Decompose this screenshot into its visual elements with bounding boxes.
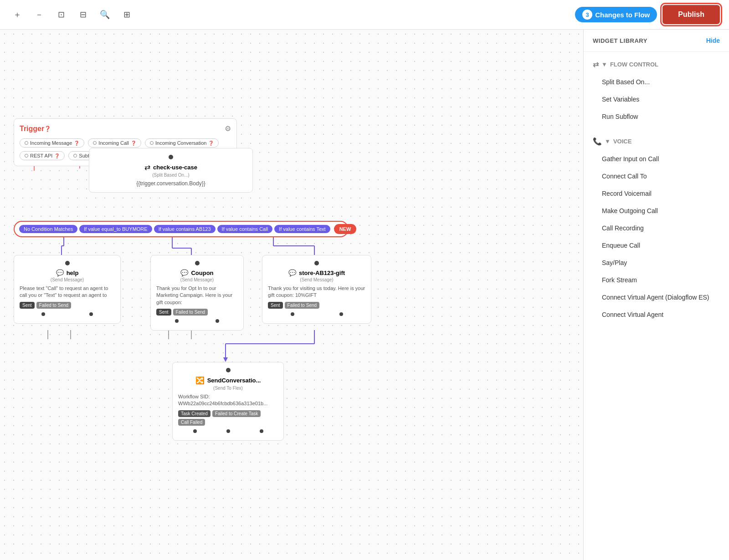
send-node-dots-row <box>178 429 278 435</box>
send-node-dot <box>226 368 231 372</box>
changes-count: 3 <box>582 10 592 20</box>
toolbar: ＋ － ⊡ ⊟ 🔍 ⊞ 3 Changes to Flow Publish <box>0 0 729 30</box>
store-node-header: 💬 store-AB123-gift <box>268 269 365 276</box>
coupon-failed-tag: Failed to Send <box>173 309 208 316</box>
coupon-sent-tag: Sent <box>156 309 171 316</box>
widget-call-recording[interactable]: Call Recording <box>584 219 729 237</box>
widget-connect-call-to[interactable]: Connect Call To <box>584 168 729 185</box>
voice-header[interactable]: 📞 ▼ VOICE <box>584 132 729 150</box>
flow-control-icon: ⇄ <box>593 60 599 69</box>
cond-no-match[interactable]: No Condition Matches <box>19 225 77 233</box>
store-node-tags: Sent Failed to Send <box>268 302 365 309</box>
store-sent-tag: Sent <box>268 302 283 309</box>
workflow-label: Workflow SID: <box>178 394 210 399</box>
trigger-gear-icon[interactable]: ⚙ <box>225 124 231 133</box>
check-use-case-node[interactable]: ⇄ check-use-case (Split Based On...) {{t… <box>89 148 253 193</box>
widget-panel-header: WIDGET LIBRARY Hide <box>584 30 729 52</box>
changes-label: Changes to Flow <box>595 11 650 19</box>
canvas-area[interactable]: Trigger ❓ ⚙ Incoming Message ❓ Incoming … <box>0 30 583 560</box>
trigger-question-icon: ❓ <box>44 126 51 132</box>
svg-marker-22 <box>223 357 228 362</box>
conditions-bar[interactable]: No Condition Matches If value equal_to B… <box>14 221 349 237</box>
help-node-header: 💬 help <box>20 269 115 276</box>
help-node[interactable]: 💬 help (Send Message) Please text "Call"… <box>14 255 121 324</box>
widget-set-variables[interactable]: Set Variables <box>584 91 729 108</box>
widget-connect-virtual-agent-dialogflow[interactable]: Connect Virtual Agent (Dialogflow ES) <box>584 289 729 306</box>
voice-icon: 📞 <box>593 137 602 146</box>
changes-badge[interactable]: 3 Changes to Flow <box>575 7 657 22</box>
widget-library-panel: « WIDGET LIBRARY Hide ⇄ ▼ FLOW CONTROL S… <box>583 30 729 560</box>
expand-button[interactable]: ⊡ <box>53 6 69 23</box>
help-node-dots <box>20 312 115 318</box>
collapse-panel-button[interactable]: « <box>583 102 584 119</box>
grid-button[interactable]: ⊞ <box>118 6 135 23</box>
widget-record-voicemail[interactable]: Record Voicemail <box>584 185 729 202</box>
store-failed-tag: Failed to Send <box>285 302 320 309</box>
minus-button[interactable]: － <box>31 6 47 23</box>
coupon-node-header: 💬 Coupon <box>156 269 238 276</box>
widget-split-based-on[interactable]: Split Based On... <box>584 73 729 91</box>
trigger-rest-api[interactable]: REST API ❓ <box>20 151 65 160</box>
send-task-created-tag: Task Created <box>178 410 210 417</box>
widget-connect-virtual-agent[interactable]: Connect Virtual Agent <box>584 306 729 323</box>
cond-ab123[interactable]: If value contains AB123 <box>154 225 216 233</box>
send-failed-task-tag: Failed to Create Task <box>212 410 261 417</box>
help-node-dot <box>65 261 70 265</box>
coupon-node[interactable]: 💬 Coupon (Send Message) Thank you for Op… <box>150 255 244 331</box>
voice-label: VOICE <box>613 138 631 145</box>
coupon-node-dot <box>195 261 200 265</box>
help-node-tags: Sent Failed to Send <box>20 302 115 309</box>
widget-enqueue-call[interactable]: Enqueue Call <box>584 237 729 254</box>
cond-new[interactable]: NEW <box>334 224 357 234</box>
voice-section: 📞 ▼ VOICE Gather Input on Call Connect C… <box>584 129 729 327</box>
cond-call[interactable]: If value contains Call <box>217 225 273 233</box>
send-call-failed-tag: Call Failed <box>178 419 205 426</box>
widget-make-outgoing-call[interactable]: Make Outgoing Call <box>584 202 729 219</box>
trigger-incoming-conversation[interactable]: Incoming Conversation ❓ <box>145 138 219 148</box>
store-node-dot <box>314 261 319 265</box>
trigger-title-row: Trigger ❓ ⚙ <box>20 124 231 133</box>
trigger-incoming-message[interactable]: Incoming Message ❓ <box>20 138 84 148</box>
widget-gather-input[interactable]: Gather Input on Call <box>584 150 729 168</box>
widget-panel-title: WIDGET LIBRARY <box>593 37 647 44</box>
help-sent-tag: Sent <box>20 302 35 309</box>
send-node-tags: Task Created Failed to Create Task Call … <box>178 410 278 426</box>
help-failed-tag: Failed to Send <box>36 302 72 309</box>
widget-run-subflow[interactable]: Run Subflow <box>584 108 729 125</box>
trigger-incoming-call[interactable]: Incoming Call ❓ <box>88 138 141 148</box>
store-node[interactable]: 💬 store-AB123-gift (Send Message) Thank … <box>262 255 371 324</box>
trigger-title: Trigger <box>20 125 44 133</box>
cond-text[interactable]: If value contains Text <box>274 225 330 233</box>
widget-fork-stream[interactable]: Fork Stream <box>584 271 729 289</box>
widget-say-play[interactable]: Say/Play <box>584 254 729 271</box>
check-node-header: ⇄ check-use-case <box>95 163 247 172</box>
coupon-node-tags: Sent Failed to Send <box>156 309 238 316</box>
check-node-dot <box>169 155 173 159</box>
search-button[interactable]: 🔍 <box>97 6 113 23</box>
publish-button[interactable]: Publish <box>662 5 720 24</box>
store-node-dots <box>268 312 365 318</box>
coupon-node-dots <box>156 319 238 325</box>
cond-buymore[interactable]: If value equal_to BUYMORE <box>79 225 152 233</box>
send-node-header: 🔀 SendConversatio... <box>178 376 278 385</box>
send-conversation-node[interactable]: 🔀 SendConversatio... (Send To Flex) Work… <box>172 362 284 441</box>
bookmark-button[interactable]: ⊟ <box>75 6 91 23</box>
flow-control-section: ⇄ ▼ FLOW CONTROL Split Based On... Set V… <box>584 52 729 129</box>
flow-control-header[interactable]: ⇄ ▼ FLOW CONTROL <box>584 56 729 73</box>
hide-panel-button[interactable]: Hide <box>706 37 720 44</box>
workflow-value: WWb22a09cc24b6fcbdb636a313e01b... <box>178 401 267 406</box>
main-layout: Trigger ❓ ⚙ Incoming Message ❓ Incoming … <box>0 30 729 560</box>
flow-control-label: FLOW CONTROL <box>610 61 658 68</box>
add-button[interactable]: ＋ <box>9 6 26 23</box>
